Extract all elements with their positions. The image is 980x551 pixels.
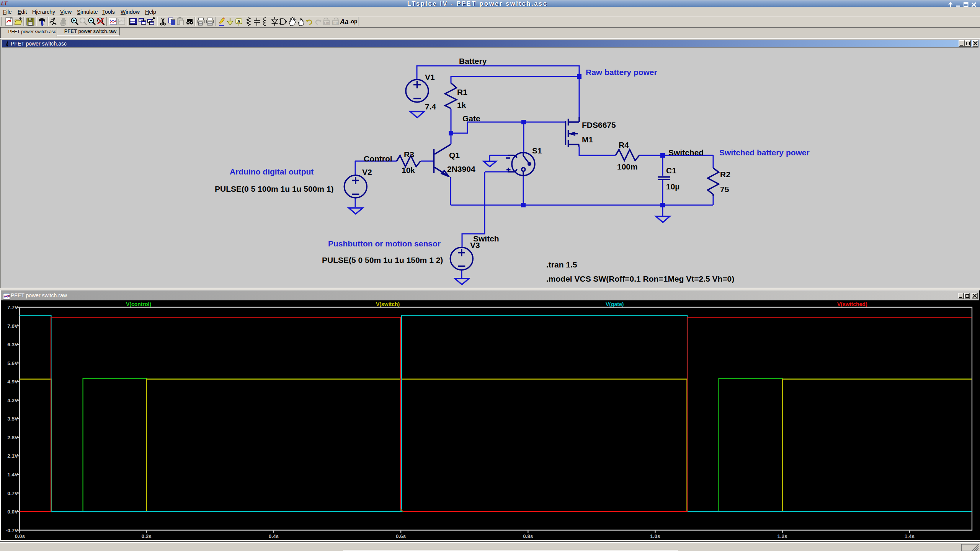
svg-text:PULSE(0 5 100m 1u 1u 500m 1): PULSE(0 5 100m 1u 1u 500m 1) <box>215 184 333 193</box>
svg-text:FDS6675: FDS6675 <box>582 121 616 129</box>
svg-text:2.8V: 2.8V <box>7 435 18 440</box>
svg-text:R4: R4 <box>619 140 629 149</box>
svg-text:0.4s: 0.4s <box>269 533 279 539</box>
svg-text:6.3V: 6.3V <box>7 342 18 347</box>
svg-text:1.4s: 1.4s <box>905 533 915 539</box>
svg-text:1.0s: 1.0s <box>650 533 660 539</box>
svg-text:75: 75 <box>720 185 729 194</box>
svg-text:0.7V: 0.7V <box>7 491 18 496</box>
svg-text:100m: 100m <box>617 162 638 171</box>
svg-text:Raw battery power: Raw battery power <box>586 68 657 77</box>
svg-text:2.1V: 2.1V <box>7 453 18 459</box>
svg-text:E3: E3 <box>333 21 338 25</box>
svg-text:7.7V: 7.7V <box>7 305 18 310</box>
svg-text:1.4V: 1.4V <box>7 472 18 478</box>
svg-text:Pushbutton or motion sensor: Pushbutton or motion sensor <box>328 239 441 248</box>
svg-text:V1: V1 <box>425 73 435 82</box>
svg-text:Gate: Gate <box>462 114 480 123</box>
svg-text:3.5V: 3.5V <box>7 416 18 422</box>
svg-text:R2: R2 <box>720 170 730 179</box>
svg-text:4.9V: 4.9V <box>7 379 18 385</box>
svg-text:Battery: Battery <box>459 57 487 65</box>
svg-text:10µ: 10µ <box>666 182 679 191</box>
svg-text:4.2V: 4.2V <box>7 398 18 403</box>
svg-text:1k: 1k <box>457 101 466 109</box>
svg-text:C1: C1 <box>666 166 676 175</box>
svg-text:V(switched): V(switched) <box>837 301 867 307</box>
svg-text:Aa: Aa <box>340 18 349 25</box>
svg-text:Control: Control <box>364 154 392 163</box>
svg-text:7.0V: 7.0V <box>7 323 18 329</box>
svg-text:V(control): V(control) <box>126 301 151 307</box>
svg-text:0.2s: 0.2s <box>142 533 152 539</box>
svg-text:V3: V3 <box>470 241 480 249</box>
svg-text:R3: R3 <box>404 150 414 159</box>
svg-text:7.4: 7.4 <box>425 102 436 111</box>
svg-text:-0.7V: -0.7V <box>6 528 18 533</box>
svg-text:PULSE(5 0 50m 1u 1u 150m 1 2): PULSE(5 0 50m 1u 1u 150m 1 2) <box>322 256 443 264</box>
svg-text:A: A <box>237 19 240 24</box>
svg-text:V2: V2 <box>362 168 372 176</box>
svg-text:0.8s: 0.8s <box>523 533 533 539</box>
svg-text:.model VCS SW(Roff=0.1 Ron=1Me: .model VCS SW(Roff=0.1 Ron=1Meg Vt=2.5 V… <box>546 274 734 283</box>
svg-text:.op: .op <box>350 18 358 24</box>
svg-text:.tran 1.5: .tran 1.5 <box>546 260 577 269</box>
svg-text:R1: R1 <box>457 88 467 96</box>
svg-text:Switched battery power: Switched battery power <box>719 148 810 157</box>
svg-text:0.6s: 0.6s <box>396 533 406 539</box>
svg-text:Arduino digital output: Arduino digital output <box>230 167 314 176</box>
svg-text:0.0V: 0.0V <box>7 509 18 515</box>
svg-text:0.0s: 0.0s <box>15 533 25 539</box>
svg-text:Q1: Q1 <box>449 151 460 160</box>
svg-text:10k: 10k <box>402 166 415 174</box>
svg-text:2N3904: 2N3904 <box>447 165 475 173</box>
svg-text:5.6V: 5.6V <box>7 360 18 366</box>
svg-text:M1: M1 <box>582 135 593 144</box>
svg-text:Switched: Switched <box>668 148 704 157</box>
svg-text:S1: S1 <box>532 146 542 155</box>
svg-text:V(switch): V(switch) <box>376 301 400 307</box>
svg-text:Fm: Fm <box>324 21 329 25</box>
svg-text:1.2s: 1.2s <box>777 533 787 539</box>
svg-text:V(gate): V(gate) <box>606 301 624 307</box>
